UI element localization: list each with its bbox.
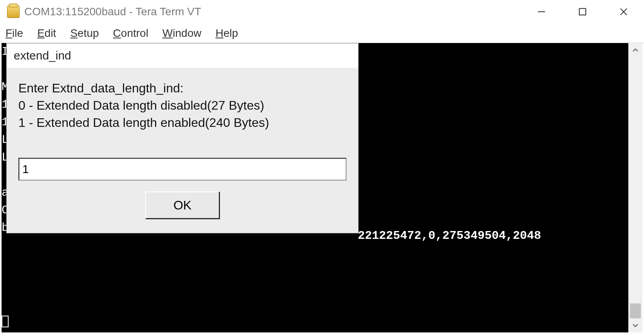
dialog-body-line: Enter Extnd_data_length_ind: [18,79,346,97]
minimize-icon [537,7,546,16]
app-icon [7,5,20,18]
minimize-button[interactable] [521,0,562,23]
terminal-client-area: IM11LLaCb221225472,0,275349504,2048 exte… [0,43,644,334]
chevron-up-icon [632,47,639,54]
menu-window[interactable]: Window [162,27,202,40]
window-controls [521,0,644,23]
input-dialog: extend_ind Enter Extnd_data_length_ind: … [6,43,359,233]
menu-setup[interactable]: Setup [70,27,99,40]
chevron-down-icon [632,322,639,329]
dialog-buttons: OK [7,181,358,233]
maximize-icon [578,7,587,16]
scroll-down-button[interactable] [628,318,642,332]
scroll-track[interactable] [628,57,642,318]
menubar: FileEditSetupControlWindowHelp [0,23,644,43]
vertical-scrollbar[interactable] [628,43,642,332]
close-icon [619,7,628,16]
close-button[interactable] [603,0,644,23]
titlebar: COM13:115200baud - Tera Term VT [0,0,644,23]
dialog-body-line: 0 - Extended Data length disabled(27 Byt… [18,97,346,114]
dialog-input[interactable] [18,158,346,181]
scroll-up-button[interactable] [628,43,642,57]
dialog-title: extend_ind [7,43,358,68]
maximize-button[interactable] [562,0,603,23]
window-title: COM13:115200baud - Tera Term VT [24,5,201,18]
dialog-body: Enter Extnd_data_length_ind: 0 - Extende… [7,68,358,141]
menu-control[interactable]: Control [113,27,148,40]
menu-edit[interactable]: Edit [37,27,56,40]
terminal-cursor [2,316,9,327]
scroll-thumb[interactable] [630,303,641,318]
terminal-visible-line: 221225472,0,275349504,2048 [358,227,541,245]
dialog-input-wrap [18,158,346,181]
menu-help[interactable]: Help [215,27,238,40]
dialog-body-line: 1 - Extended Data length enabled(240 Byt… [18,114,346,131]
svg-rect-1 [579,9,586,15]
ok-button[interactable]: OK [145,191,220,219]
menu-file[interactable]: File [5,27,23,40]
